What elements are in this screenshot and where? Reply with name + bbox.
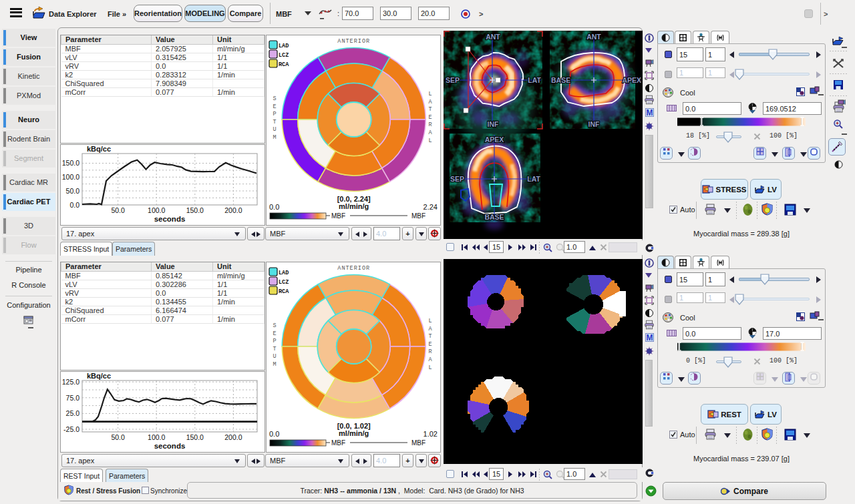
svg-text:E: E xyxy=(428,114,432,121)
svg-text:E: E xyxy=(273,330,276,337)
svg-text:E: E xyxy=(428,341,432,348)
svg-text:L: L xyxy=(428,138,432,144)
svg-text:LAT: LAT xyxy=(527,175,540,183)
svg-text:2.24: 2.24 xyxy=(423,203,438,211)
svg-text:R: R xyxy=(428,121,432,128)
svg-text:50.0: 50.0 xyxy=(66,187,80,195)
svg-text:200.0: 200.0 xyxy=(224,206,242,214)
svg-text:LAT: LAT xyxy=(528,76,541,84)
svg-text:SEP: SEP xyxy=(446,76,460,84)
svg-text:L: L xyxy=(428,91,432,97)
svg-text:LCZ: LCZ xyxy=(279,279,289,286)
svg-text:kBq/cc: kBq/cc xyxy=(87,372,111,380)
svg-text:L: L xyxy=(428,318,432,324)
svg-text:100.0: 100.0 xyxy=(148,433,165,441)
svg-text:INF: INF xyxy=(488,120,500,128)
svg-text:200.0: 200.0 xyxy=(224,433,242,441)
svg-text:T: T xyxy=(273,346,276,352)
svg-text:100.0: 100.0 xyxy=(148,206,165,214)
svg-text:P: P xyxy=(273,338,276,344)
svg-text:ANT: ANT xyxy=(486,33,500,41)
svg-text:A: A xyxy=(428,356,432,363)
svg-text:R: R xyxy=(428,348,432,355)
svg-text:BASE: BASE xyxy=(551,76,570,84)
svg-text:25.0: 25.0 xyxy=(66,409,80,417)
svg-text:T: T xyxy=(428,106,432,113)
svg-text:kBq/cc: kBq/cc xyxy=(87,145,111,153)
svg-text:150.0: 150.0 xyxy=(186,433,204,441)
svg-text:RCA: RCA xyxy=(279,61,289,68)
svg-text:U: U xyxy=(273,353,276,360)
svg-text:A: A xyxy=(428,130,432,136)
svg-text:APEX: APEX xyxy=(622,76,641,84)
svg-text:MBF: MBF xyxy=(411,212,425,220)
svg-text:INF: INF xyxy=(588,120,601,128)
svg-text:ANTERIOR: ANTERIOR xyxy=(337,265,370,272)
svg-text:L: L xyxy=(428,364,432,371)
svg-text:0.0: 0.0 xyxy=(69,201,79,209)
svg-text:150.0: 150.0 xyxy=(62,159,79,167)
svg-text:LAD: LAD xyxy=(279,270,289,276)
svg-text:ml/min/g: ml/min/g xyxy=(339,429,369,437)
svg-text:M: M xyxy=(273,134,276,141)
svg-text:A: A xyxy=(428,326,432,332)
svg-text:RCA: RCA xyxy=(279,288,289,295)
svg-text:U: U xyxy=(273,126,276,133)
svg-text:-25.0: -25.0 xyxy=(63,425,79,433)
svg-text:T: T xyxy=(428,333,432,340)
svg-text:0.0: 0.0 xyxy=(269,203,279,211)
svg-text:S: S xyxy=(273,322,276,329)
svg-text:ANT: ANT xyxy=(586,33,601,41)
svg-text:75.0: 75.0 xyxy=(66,394,80,402)
svg-text:T: T xyxy=(273,119,276,125)
svg-text:E: E xyxy=(273,103,276,110)
svg-text:ANTERIOR: ANTERIOR xyxy=(337,38,370,45)
svg-text:1.02: 1.02 xyxy=(423,430,438,438)
svg-text:125.0: 125.0 xyxy=(62,378,79,386)
svg-text:A: A xyxy=(428,99,432,105)
svg-text:seconds: seconds xyxy=(154,442,186,450)
svg-text:LCZ: LCZ xyxy=(279,52,289,59)
svg-text:100.0: 100.0 xyxy=(62,173,79,181)
svg-text:BASE: BASE xyxy=(484,213,504,221)
svg-text:50.0: 50.0 xyxy=(111,206,125,214)
svg-text:SEP: SEP xyxy=(450,175,464,183)
svg-text:LAD: LAD xyxy=(279,43,289,49)
svg-text:0.0: 0.0 xyxy=(269,430,279,438)
svg-text:150.0: 150.0 xyxy=(186,206,204,214)
svg-text:MBF: MBF xyxy=(331,439,345,447)
svg-text:seconds: seconds xyxy=(154,215,186,223)
svg-text:M: M xyxy=(273,361,276,368)
svg-text:P: P xyxy=(273,111,276,117)
svg-text:MBF: MBF xyxy=(411,439,425,447)
svg-text:S: S xyxy=(273,95,276,102)
svg-text:50.0: 50.0 xyxy=(111,433,125,441)
svg-text:MBF: MBF xyxy=(331,212,345,220)
svg-text:ml/min/g: ml/min/g xyxy=(339,202,369,210)
svg-text:APEX: APEX xyxy=(485,136,504,144)
